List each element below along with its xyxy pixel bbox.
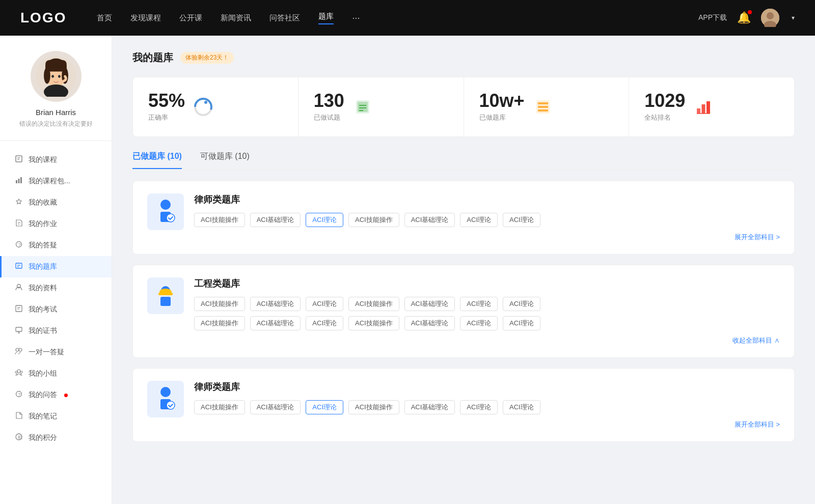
svg-rect-17 [20,177,22,183]
menu-my-notes[interactable]: 我的笔记 [0,406,112,427]
page-header: 我的题库 体验剩余23天！ [132,51,795,65]
svg-point-59 [167,214,175,222]
tag-2-6[interactable]: ACI理论 [503,400,540,414]
stat-questions-value: 130 [314,92,344,110]
menu-my-qa[interactable]: ? 我的答疑 [0,235,112,256]
tag-2-0[interactable]: ACI技能操作 [194,400,245,414]
app-download[interactable]: APP下载 [698,13,727,22]
svg-rect-16 [18,179,20,183]
tag-2-2[interactable]: ACI理论 [306,400,343,414]
list-icon [534,98,552,116]
menu-my-homework[interactable]: 我的作业 [0,213,112,235]
menu-my-profile[interactable]: 我的资料 [0,277,112,299]
tag-1-2[interactable]: ACI理论 [306,297,343,311]
tag-2-3[interactable]: ACI技能操作 [348,400,399,414]
notification-bell[interactable]: 🔔 [737,11,751,24]
menu-my-exams-label: 我的考试 [29,305,57,314]
my-groups-icon [14,369,23,379]
menu-my-groups[interactable]: 我的小组 [0,363,112,384]
tab-available[interactable]: 可做题库 (10) [200,151,250,169]
menu-my-profile-label: 我的资料 [29,284,57,293]
svg-rect-54 [702,104,705,114]
menu-my-points[interactable]: 积 我的积分 [0,427,112,449]
nav-more[interactable]: ··· [352,13,360,23]
nav-questions[interactable]: 题库 [318,12,334,24]
tag-1-r2-2[interactable]: ACI理论 [306,316,343,330]
menu-my-groups-label: 我的小组 [29,369,57,378]
qbank-card-1: 工程类题库 ACI技能操作 ACI基础理论 ACI理论 ACI技能操作 ACI基… [132,265,795,358]
user-dropdown-icon[interactable]: ▾ [792,14,795,21]
svg-text:?: ? [18,242,21,247]
svg-point-63 [160,387,171,397]
ranking-icon [693,97,714,117]
menu-my-answers[interactable]: ? 我的问答 [0,384,112,406]
tag-0-1[interactable]: ACI基础理论 [250,213,301,227]
lawyer-icon [151,198,180,226]
my-answers-icon: ? [14,390,23,400]
tag-0-6[interactable]: ACI理论 [503,213,540,227]
profile-name: Brian Harris [10,108,101,117]
tag-1-r2-1[interactable]: ACI基础理论 [250,316,301,330]
stat-questions-label: 已做试题 [314,113,344,122]
nav-discover[interactable]: 发现课程 [130,13,161,23]
qbank-avatar-1 [147,277,184,314]
tag-2-4[interactable]: ACI基础理论 [404,400,455,414]
expand-link-0[interactable]: 展开全部科目 > [735,233,780,241]
qbank-avatar-0 [147,193,184,230]
stat-accuracy: 55% 正确率 [133,77,298,136]
tag-1-6[interactable]: ACI理论 [503,297,540,311]
svg-rect-8 [45,60,67,71]
tag-1-r2-6[interactable]: ACI理论 [503,316,540,330]
menu-my-exams[interactable]: 我的考试 [0,299,112,320]
avatar-image [761,9,779,27]
menu-my-questions[interactable]: 我的题库 [0,256,112,277]
nav-home[interactable]: 首页 [97,13,112,23]
tag-1-r2-5[interactable]: ACI理论 [460,316,498,330]
stat-ranking: 1029 全站排名 [629,77,794,136]
svg-rect-51 [538,106,548,108]
svg-rect-62 [160,297,171,306]
tag-0-3[interactable]: ACI技能操作 [348,213,399,227]
qbank-avatar-2 [147,381,184,417]
tag-1-r2-0[interactable]: ACI技能操作 [194,316,245,330]
tag-0-5[interactable]: ACI理论 [460,213,498,227]
tag-2-5[interactable]: ACI理论 [460,400,498,414]
questions-done-icon [352,97,373,117]
tag-1-4[interactable]: ACI基础理论 [404,297,455,311]
stat-questions-done: 130 已做试题 [298,77,464,136]
svg-rect-52 [538,109,548,111]
nav-opencourse[interactable]: 公开课 [179,13,202,23]
collapse-link-1[interactable]: 收起全部科目 ∧ [732,337,780,344]
menu-my-questions-label: 我的题库 [29,262,57,271]
tag-2-1[interactable]: ACI基础理论 [250,400,301,414]
expand-link-2[interactable]: 展开全部科目 > [735,421,780,428]
one-on-one-icon [14,347,23,357]
accuracy-icon [193,97,213,117]
avatar[interactable] [761,9,779,27]
svg-point-57 [160,200,171,210]
tabs: 已做题库 (10) 可做题库 (10) [132,151,795,170]
tag-1-r2-4[interactable]: ACI基础理论 [404,316,455,330]
tag-1-3[interactable]: ACI技能操作 [348,297,399,311]
tag-0-4[interactable]: ACI基础理论 [404,213,455,227]
menu-my-packages[interactable]: 我的课程包... [0,171,112,192]
tag-0-0[interactable]: ACI技能操作 [194,213,245,227]
menu-my-courses[interactable]: 我的课程 [0,149,112,171]
nav-qa[interactable]: 问答社区 [269,13,300,23]
tab-done[interactable]: 已做题库 (10) [132,151,182,169]
stat-ranking-value: 1029 [644,92,685,110]
menu-my-certs[interactable]: 我的证书 [0,320,112,342]
tag-1-r2-3[interactable]: ACI技能操作 [348,316,399,330]
menu-one-on-one[interactable]: 一对一答疑 [0,342,112,363]
tag-1-5[interactable]: ACI理论 [460,297,498,311]
svg-rect-12 [16,156,22,162]
nav-news[interactable]: 新闻资讯 [221,13,251,23]
svg-rect-53 [697,108,700,114]
page-title: 我的题库 [132,51,173,65]
tag-1-1[interactable]: ACI基础理论 [250,297,301,311]
tag-0-2[interactable]: ACI理论 [306,213,343,227]
profile-avatar-image [36,56,76,97]
book-icon [354,98,371,116]
tag-1-0[interactable]: ACI技能操作 [194,297,245,311]
menu-my-favorites[interactable]: 我的收藏 [0,192,112,213]
